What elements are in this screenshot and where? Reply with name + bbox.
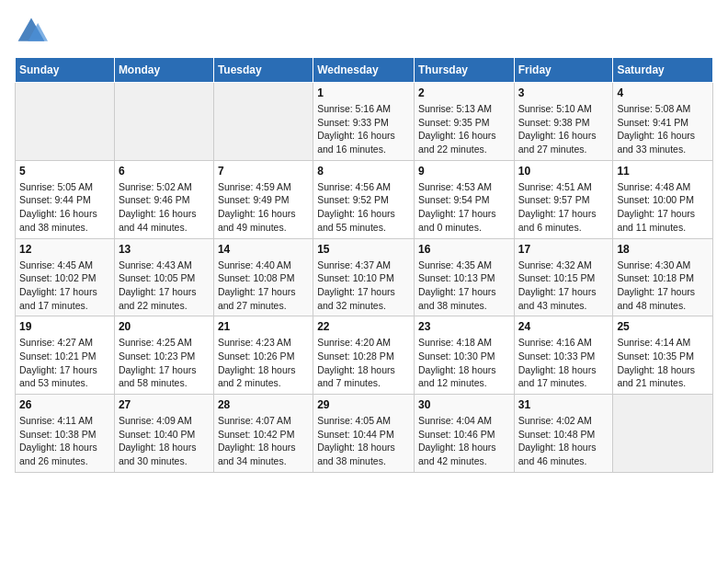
day-info: Sunrise: 4:56 AMSunset: 9:52 PMDaylight:…: [317, 180, 410, 235]
calendar-cell: 17Sunrise: 4:32 AMSunset: 10:15 PMDaylig…: [514, 238, 613, 316]
day-info: Sunrise: 4:37 AMSunset: 10:10 PMDaylight…: [317, 259, 410, 313]
calendar-cell: 13Sunrise: 4:43 AMSunset: 10:05 PMDaylig…: [114, 238, 213, 316]
day-number: 23: [418, 320, 510, 333]
day-number: 6: [119, 165, 210, 178]
day-info: Sunrise: 5:16 AMSunset: 9:33 PMDaylight:…: [317, 102, 410, 156]
calendar-cell: 26Sunrise: 4:11 AMSunset: 10:38 PMDaylig…: [16, 395, 115, 473]
calendar-cell: 28Sunrise: 4:07 AMSunset: 10:42 PMDaylig…: [213, 395, 313, 473]
calendar-cell: 16Sunrise: 4:35 AMSunset: 10:13 PMDaylig…: [414, 238, 514, 316]
calendar-cell: 18Sunrise: 4:30 AMSunset: 10:18 PMDaylig…: [613, 238, 713, 316]
calendar-cell: 4Sunrise: 5:08 AMSunset: 9:41 PMDaylight…: [613, 83, 713, 161]
day-info: Sunrise: 5:13 AMSunset: 9:35 PMDaylight:…: [418, 102, 510, 156]
day-number: 11: [617, 165, 709, 178]
col-header-friday: Friday: [514, 58, 613, 83]
col-header-monday: Monday: [114, 58, 213, 83]
day-info: Sunrise: 4:40 AMSunset: 10:08 PMDaylight…: [218, 259, 309, 313]
day-info: Sunrise: 5:02 AMSunset: 9:46 PMDaylight:…: [119, 180, 210, 235]
calendar-cell: 15Sunrise: 4:37 AMSunset: 10:10 PMDaylig…: [313, 238, 415, 316]
day-info: Sunrise: 4:48 AMSunset: 10:00 PMDaylight…: [617, 180, 709, 235]
day-number: 14: [218, 243, 309, 256]
calendar-cell: [213, 83, 313, 161]
calendar-cell: 2Sunrise: 5:13 AMSunset: 9:35 PMDaylight…: [414, 83, 514, 161]
day-number: 22: [317, 320, 410, 333]
calendar-cell: 21Sunrise: 4:23 AMSunset: 10:26 PMDaylig…: [213, 316, 313, 395]
day-number: 4: [617, 86, 709, 99]
day-number: 31: [518, 398, 609, 411]
day-info: Sunrise: 4:11 AMSunset: 10:38 PMDaylight…: [19, 414, 110, 468]
day-number: 16: [418, 243, 510, 256]
calendar-cell: 11Sunrise: 4:48 AMSunset: 10:00 PMDaylig…: [613, 160, 713, 238]
day-number: 28: [218, 398, 309, 411]
day-number: 24: [518, 320, 609, 333]
day-number: 2: [418, 86, 510, 99]
day-number: 19: [19, 320, 110, 333]
day-number: 1: [317, 86, 410, 99]
day-info: Sunrise: 4:09 AMSunset: 10:40 PMDaylight…: [119, 414, 210, 468]
calendar-cell: 22Sunrise: 4:20 AMSunset: 10:28 PMDaylig…: [313, 316, 415, 395]
day-number: 12: [19, 243, 110, 256]
day-info: Sunrise: 4:27 AMSunset: 10:21 PMDaylight…: [19, 336, 110, 390]
calendar-cell: 10Sunrise: 4:51 AMSunset: 9:57 PMDayligh…: [514, 160, 613, 238]
calendar-cell: 5Sunrise: 5:05 AMSunset: 9:44 PMDaylight…: [16, 160, 115, 238]
logo: [15, 15, 51, 48]
calendar-cell: [613, 395, 713, 473]
day-info: Sunrise: 4:43 AMSunset: 10:05 PMDaylight…: [119, 259, 210, 313]
day-info: Sunrise: 4:16 AMSunset: 10:33 PMDaylight…: [518, 336, 609, 390]
day-number: 9: [418, 165, 510, 178]
day-number: 17: [518, 243, 609, 256]
day-info: Sunrise: 4:53 AMSunset: 9:54 PMDaylight:…: [418, 180, 510, 235]
col-header-thursday: Thursday: [414, 58, 514, 83]
calendar-cell: [16, 83, 115, 161]
col-header-saturday: Saturday: [613, 58, 713, 83]
day-info: Sunrise: 4:35 AMSunset: 10:13 PMDaylight…: [418, 259, 510, 313]
day-number: 18: [617, 243, 709, 256]
calendar-cell: 20Sunrise: 4:25 AMSunset: 10:23 PMDaylig…: [114, 316, 213, 395]
day-info: Sunrise: 4:51 AMSunset: 9:57 PMDaylight:…: [518, 180, 609, 235]
day-number: 10: [518, 165, 609, 178]
day-number: 30: [418, 398, 510, 411]
calendar-cell: 31Sunrise: 4:02 AMSunset: 10:48 PMDaylig…: [514, 395, 613, 473]
calendar-cell: 29Sunrise: 4:05 AMSunset: 10:44 PMDaylig…: [313, 395, 415, 473]
day-number: 20: [119, 320, 210, 333]
calendar-cell: 24Sunrise: 4:16 AMSunset: 10:33 PMDaylig…: [514, 316, 613, 395]
day-info: Sunrise: 4:14 AMSunset: 10:35 PMDaylight…: [617, 336, 709, 390]
col-header-tuesday: Tuesday: [213, 58, 313, 83]
page-header: [15, 15, 713, 48]
calendar-cell: 27Sunrise: 4:09 AMSunset: 10:40 PMDaylig…: [114, 395, 213, 473]
day-number: 8: [317, 165, 410, 178]
day-number: 21: [218, 320, 309, 333]
day-number: 29: [317, 398, 410, 411]
day-number: 25: [617, 320, 709, 333]
day-info: Sunrise: 5:10 AMSunset: 9:38 PMDaylight:…: [518, 102, 609, 156]
calendar-cell: 23Sunrise: 4:18 AMSunset: 10:30 PMDaylig…: [414, 316, 514, 395]
calendar-cell: 1Sunrise: 5:16 AMSunset: 9:33 PMDaylight…: [313, 83, 415, 161]
day-info: Sunrise: 4:59 AMSunset: 9:49 PMDaylight:…: [218, 180, 309, 235]
day-number: 3: [518, 86, 609, 99]
day-info: Sunrise: 4:05 AMSunset: 10:44 PMDaylight…: [317, 414, 410, 468]
day-info: Sunrise: 4:30 AMSunset: 10:18 PMDaylight…: [617, 259, 709, 313]
day-number: 15: [317, 243, 410, 256]
day-info: Sunrise: 5:05 AMSunset: 9:44 PMDaylight:…: [19, 180, 110, 235]
day-number: 27: [119, 398, 210, 411]
calendar-cell: 12Sunrise: 4:45 AMSunset: 10:02 PMDaylig…: [16, 238, 115, 316]
calendar-cell: 7Sunrise: 4:59 AMSunset: 9:49 PMDaylight…: [213, 160, 313, 238]
calendar-cell: 8Sunrise: 4:56 AMSunset: 9:52 PMDaylight…: [313, 160, 415, 238]
calendar-cell: 6Sunrise: 5:02 AMSunset: 9:46 PMDaylight…: [114, 160, 213, 238]
day-info: Sunrise: 4:23 AMSunset: 10:26 PMDaylight…: [218, 336, 309, 390]
calendar-cell: [114, 83, 213, 161]
day-info: Sunrise: 4:07 AMSunset: 10:42 PMDaylight…: [218, 414, 309, 468]
day-info: Sunrise: 4:02 AMSunset: 10:48 PMDaylight…: [518, 414, 609, 468]
day-number: 26: [19, 398, 110, 411]
calendar-cell: 3Sunrise: 5:10 AMSunset: 9:38 PMDaylight…: [514, 83, 613, 161]
day-info: Sunrise: 4:32 AMSunset: 10:15 PMDaylight…: [518, 259, 609, 313]
day-number: 7: [218, 165, 309, 178]
logo-icon: [15, 15, 48, 48]
calendar-cell: 25Sunrise: 4:14 AMSunset: 10:35 PMDaylig…: [613, 316, 713, 395]
calendar-cell: 30Sunrise: 4:04 AMSunset: 10:46 PMDaylig…: [414, 395, 514, 473]
calendar-cell: 9Sunrise: 4:53 AMSunset: 9:54 PMDaylight…: [414, 160, 514, 238]
col-header-wednesday: Wednesday: [313, 58, 415, 83]
calendar-table: SundayMondayTuesdayWednesdayThursdayFrid…: [15, 57, 713, 473]
day-info: Sunrise: 4:18 AMSunset: 10:30 PMDaylight…: [418, 336, 510, 390]
day-info: Sunrise: 4:25 AMSunset: 10:23 PMDaylight…: [119, 336, 210, 390]
day-number: 13: [119, 243, 210, 256]
